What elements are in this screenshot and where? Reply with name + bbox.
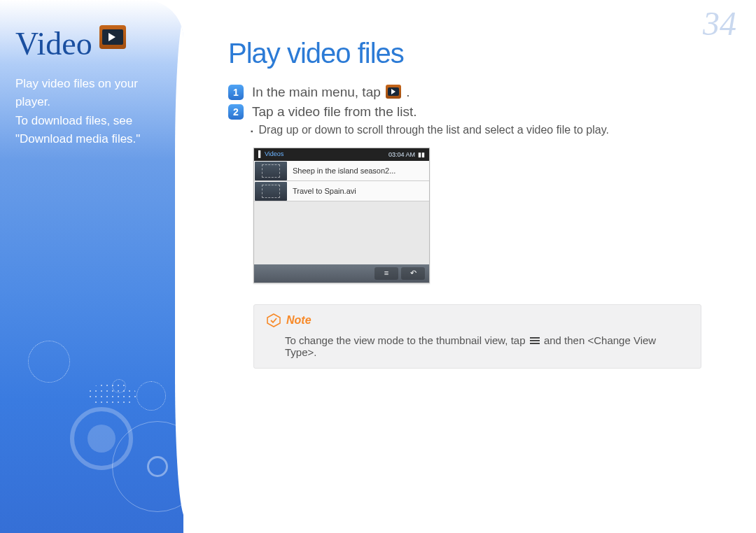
video-app-icon — [99, 25, 126, 49]
sidebar-title: Video — [15, 25, 92, 62]
svg-marker-0 — [267, 314, 280, 327]
step-1-text-after: . — [406, 85, 410, 99]
decorative-dots — [88, 383, 136, 407]
device-empty-area — [254, 201, 429, 264]
device-menu-button[interactable]: ≡ — [374, 267, 398, 280]
main-content: 34 Play video files 1 In the main menu, … — [183, 0, 756, 533]
sidebar-desc-line2: To download files, see "Download media f… — [15, 112, 168, 149]
sidebar-description: Play video files on your player. To down… — [15, 75, 168, 148]
video-list-item[interactable]: Travel to Spain.avi — [254, 181, 429, 201]
step-number-badge: 2 — [228, 104, 244, 120]
device-screen-title: Videos — [265, 150, 284, 157]
video-thumbnail-icon — [255, 162, 287, 180]
battery-icon: ▮▮ — [418, 151, 425, 158]
device-status-bar: ▌ Videos 03:04 AM ▮▮ — [254, 148, 429, 161]
video-filename: Sheep in the island season2... — [293, 166, 396, 175]
video-list-item[interactable]: Sheep in the island season2... — [254, 161, 429, 181]
note-box: Note To change the view mode to the thum… — [253, 304, 701, 369]
step-number-badge: 1 — [228, 85, 244, 100]
page-title: Play video files — [228, 38, 728, 69]
note-icon — [267, 313, 281, 327]
hamburger-menu-icon — [530, 336, 540, 346]
device-screenshot: ▌ Videos 03:04 AM ▮▮ Sheep in the island… — [253, 148, 430, 283]
video-thumbnail-icon — [255, 182, 287, 201]
page-number: 34 — [703, 4, 736, 43]
note-text-before: To change the view mode to the thumbnail… — [285, 334, 528, 346]
step-2-sub-bullet: Drag up or down to scroll through the li… — [260, 124, 728, 136]
decorative-circle — [147, 456, 168, 477]
sidebar-title-row: Video — [15, 25, 168, 62]
device-back-button[interactable]: ↶ — [401, 267, 425, 280]
video-app-icon — [386, 85, 401, 99]
decorative-circle — [28, 341, 70, 383]
step-1: 1 In the main menu, tap . — [228, 85, 728, 100]
device-time: 03:04 AM — [388, 151, 415, 158]
step-1-text-before: In the main menu, tap — [252, 85, 384, 99]
step-2-text: Tap a video file from the list. — [252, 104, 728, 120]
step-2: 2 Tap a video file from the list. — [228, 104, 728, 120]
video-filename: Travel to Spain.avi — [293, 187, 356, 195]
sidebar-desc-line1: Play video files on your player. — [15, 75, 168, 112]
sidebar: Video Play video files on your player. T… — [0, 0, 183, 533]
note-label: Note — [286, 314, 312, 327]
decorative-circle — [136, 381, 166, 411]
decorative-circle — [88, 425, 115, 453]
